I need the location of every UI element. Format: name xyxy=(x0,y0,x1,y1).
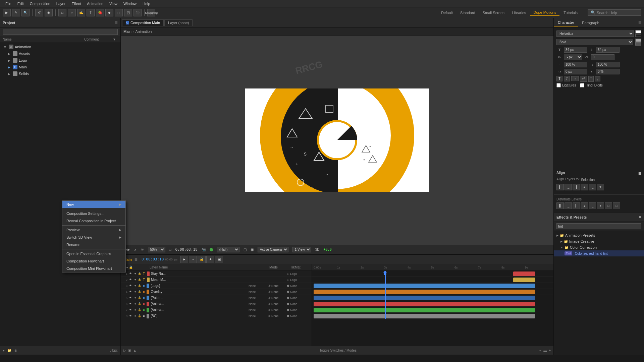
align-bottom-btn[interactable]: ▼ xyxy=(597,184,604,190)
scale-h-input[interactable] xyxy=(564,62,587,67)
font-family-select[interactable]: Helvetica xyxy=(556,31,634,37)
dist-hcenter-btn[interactable]: ⎯ xyxy=(565,202,572,209)
new-item-icon[interactable]: ● xyxy=(3,349,5,352)
audio-btn[interactable]: ♬ xyxy=(133,247,138,252)
clone-tool-btn[interactable]: ◆ xyxy=(105,9,113,16)
ellipse-tool-btn[interactable]: ○ xyxy=(68,9,76,16)
solo-icon-5[interactable]: ● xyxy=(133,296,137,300)
proj-item-solids[interactable]: ▶ Solids xyxy=(0,70,120,77)
eye-icon-8[interactable]: 👁 xyxy=(129,314,133,318)
lock-icon-2[interactable]: 🔒 xyxy=(138,278,142,282)
scale-v-input[interactable] xyxy=(596,62,620,67)
resolution-control[interactable]: (Half) (Full) (Quarter) xyxy=(216,246,241,253)
solo-icon-8[interactable]: ● xyxy=(133,314,137,318)
kerning-input[interactable] xyxy=(591,54,614,60)
proj-item-main[interactable]: ▶ C Main xyxy=(0,64,120,70)
tracking-select[interactable]: - px xyxy=(564,54,582,60)
orbit-tool-btn[interactable]: ◉ xyxy=(45,9,53,16)
effects-close-icon[interactable]: ✕ xyxy=(639,215,641,219)
text-tool-btn[interactable]: T xyxy=(87,9,95,16)
rotation-tool-btn[interactable]: ↺ xyxy=(35,9,43,16)
snapshot-btn[interactable]: 📷 xyxy=(200,247,207,252)
workspace-small-screen[interactable]: Small Screen xyxy=(479,10,508,16)
eye-icon-5[interactable]: 👁 xyxy=(129,296,133,300)
effects-search-input[interactable] xyxy=(556,223,641,229)
format-italic[interactable]: T xyxy=(564,76,570,81)
dist-bottom-btn[interactable]: ▾ xyxy=(597,202,604,209)
layer-row-2[interactable]: 2 👁 ● 🔒 T Mean M... 3. Logo xyxy=(121,277,312,283)
stroke-color-swatch[interactable] xyxy=(635,34,641,37)
tl-shy[interactable]: ∼ xyxy=(189,256,197,263)
dist-vcenter-btn[interactable]: ⎯ xyxy=(589,202,596,209)
zoom-control[interactable]: 50% 100% 25% xyxy=(147,246,167,253)
align-hcenter-btn[interactable]: ⎯ xyxy=(565,184,572,190)
tab-paragraph[interactable]: Paragraph xyxy=(578,19,603,26)
effect-folder-image-creative[interactable]: ▶ 📁 Image Creative xyxy=(554,238,644,244)
tab-character[interactable]: Character xyxy=(554,19,578,26)
tl-zoom-in[interactable]: + xyxy=(549,349,551,352)
align-right-btn[interactable]: ▐ xyxy=(573,184,580,190)
menu-item-window[interactable]: Window xyxy=(121,1,139,6)
workspace-tutorials[interactable]: Tutorials xyxy=(560,10,581,16)
solo-icon-1[interactable]: ● xyxy=(133,272,137,276)
dist-extra1-btn[interactable]: □ xyxy=(605,202,612,209)
brush-tool-btn[interactable]: 🍓 xyxy=(96,9,104,16)
loop-btn[interactable]: ♾ xyxy=(140,247,145,252)
comp-tab-layer[interactable]: Layer (none) xyxy=(164,19,193,26)
folder-icon[interactable]: 📁 xyxy=(7,349,11,352)
ctx-item-preview[interactable]: Preview ▶ xyxy=(62,226,125,234)
align-vcenter-btn[interactable]: ⎯ xyxy=(589,184,596,190)
ligatures-checkbox[interactable] xyxy=(556,83,561,87)
layer-row-7[interactable]: 7 👁 ● 🔒 ■ [Anima... None 👁None xyxy=(121,307,312,313)
lock-icon-8[interactable]: 🔒 xyxy=(138,314,142,318)
breadcrumb-animation[interactable]: Animation xyxy=(136,29,152,34)
effects-menu-icon[interactable]: ☰ xyxy=(610,215,613,219)
format-small-caps[interactable]: TT xyxy=(580,76,587,82)
leading-input[interactable] xyxy=(596,47,620,53)
proj-item-logo[interactable]: ▶ Logo xyxy=(0,57,120,64)
fill-color-swatch[interactable] xyxy=(635,30,641,34)
layer-row-1[interactable]: 1 👁 ● 🔒 T Stay Ra... 3. L xyxy=(121,271,312,277)
format-all-caps[interactable]: TT xyxy=(571,76,579,81)
select-tool-btn[interactable]: ▶ xyxy=(3,9,11,16)
eraser-tool-btn[interactable]: ◻ xyxy=(115,9,123,16)
layer-row-4[interactable]: 4 👁 ● 🔒 ■ Overlay None 👁None xyxy=(121,289,312,295)
format-super[interactable]: T xyxy=(588,76,594,82)
workspace-standard[interactable]: Standard xyxy=(457,10,479,16)
tl-motion-blur[interactable]: ► xyxy=(180,256,188,263)
puppet-tool-btn[interactable]: ⚫ xyxy=(133,9,142,16)
align-top-btn[interactable]: ▲ xyxy=(581,184,588,190)
fit-btn[interactable]: □ xyxy=(168,247,173,252)
dist-extra2-btn[interactable]: □ xyxy=(613,202,620,209)
format-bold[interactable]: T xyxy=(556,76,562,81)
zoom-tool-btn[interactable]: 🔍 xyxy=(21,9,30,16)
tl-solo[interactable]: ★ xyxy=(206,256,214,263)
align-menu-icon[interactable]: ☰ xyxy=(638,172,641,175)
eye-icon-1[interactable]: 👁 xyxy=(129,272,133,276)
menu-item-view[interactable]: View xyxy=(107,1,120,6)
layer-row-5[interactable]: 5 👁 ● 🔒 ■ [Patter... None 👁None xyxy=(121,295,312,301)
menu-item-layer[interactable]: Layer xyxy=(54,1,68,6)
lock-icon-4[interactable]: 🔒 xyxy=(138,290,142,294)
solo-icon-6[interactable]: ● xyxy=(133,302,137,306)
hand-tool-btn[interactable]: ✎ xyxy=(12,9,20,16)
tl-lock[interactable]: 🔒 xyxy=(198,256,206,263)
proj-item-assets[interactable]: ▶ Assets xyxy=(0,50,120,57)
rect-tool-btn[interactable]: □ xyxy=(58,9,66,16)
menu-item-help[interactable]: Help xyxy=(140,1,153,6)
baseline-input[interactable] xyxy=(564,69,587,74)
ctx-item-essential-graphics[interactable]: Open in Essential Graphics xyxy=(62,250,125,257)
menu-item-file[interactable]: File xyxy=(3,1,14,6)
pen-tool-btn[interactable]: ✍ xyxy=(77,9,85,16)
dist-right-btn[interactable]: ▏ xyxy=(573,202,580,209)
search-help-area[interactable]: 🔍 Search Help xyxy=(588,9,641,16)
effect-folder-color-correction[interactable]: ▼ 📁 Color Correction xyxy=(554,244,644,250)
effect-folder-animation-presets[interactable]: ▶ 📁 Animation Presets xyxy=(554,232,644,238)
ctx-item-flowchart[interactable]: Composition Flowchart xyxy=(62,257,125,265)
ctx-item-comp-settings[interactable]: Composition Settings... xyxy=(62,210,125,217)
eye-icon-2[interactable]: 👁 xyxy=(129,278,133,282)
tl-icon-2[interactable]: ▣ xyxy=(128,349,131,352)
align-left-btn[interactable]: ▌ xyxy=(556,184,564,190)
solo-icon-3[interactable]: ● xyxy=(133,284,137,288)
delete-icon[interactable]: 🗑 xyxy=(14,349,17,352)
